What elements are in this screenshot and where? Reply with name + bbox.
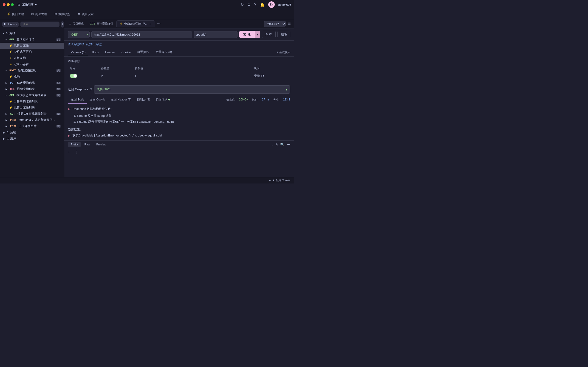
method-post-badge: POST bbox=[9, 119, 17, 122]
datamodel-icon: ⊞ bbox=[54, 12, 57, 16]
assertion-section: 断言结果: ⊗ 状态为available | AssertionError: e… bbox=[68, 127, 290, 138]
group-label: 上传宠物图片 bbox=[19, 124, 36, 128]
method-get-badge: GET bbox=[90, 22, 95, 25]
chevron-down-icon: ▾ bbox=[6, 69, 7, 72]
send-button[interactable]: 发 送 bbox=[239, 31, 255, 38]
more-actions-icon[interactable]: ••• bbox=[287, 143, 290, 146]
error-dot-icon: ⊗ bbox=[68, 107, 71, 111]
sidebar-item-on-sale[interactable]: ⚡ 在售宠物 bbox=[0, 55, 64, 61]
sidebar-group-formdata-update[interactable]: ▶ POST form-data 方式更新宠物信... bbox=[0, 117, 64, 123]
app-dropdown-icon[interactable]: ▾ bbox=[35, 3, 37, 6]
delete-button[interactable]: 删除 bbox=[277, 31, 290, 38]
http-select[interactable]: HTTP(s) ▾ bbox=[2, 22, 19, 27]
minimize-traffic-light[interactable] bbox=[7, 3, 10, 6]
count-badge: (1) bbox=[56, 125, 61, 127]
response-tab-header[interactable]: 返回 Header (7) bbox=[108, 96, 134, 104]
maximize-traffic-light[interactable] bbox=[11, 3, 14, 6]
send-dropdown-button[interactable]: ▾ bbox=[255, 31, 260, 38]
sidebar-item-success[interactable]: ⚡ 成功 bbox=[0, 74, 64, 80]
sidebar-item-sold-pet[interactable]: ⚡ 已售出宠物 bbox=[0, 43, 64, 49]
sidebar-group-update-pet[interactable]: ▶ PUT 修改宠物信息 (2) bbox=[0, 80, 64, 86]
tab-overview[interactable]: ⊡ 项目概览 bbox=[66, 20, 86, 27]
search-icon[interactable]: 🔍 bbox=[280, 143, 284, 146]
nav-item-test[interactable]: ⊡ 测试管理 bbox=[28, 11, 50, 18]
nav-item-settings[interactable]: ⚙ 项目设置 bbox=[74, 11, 97, 18]
help-icon[interactable]: ? bbox=[254, 2, 256, 7]
response-dropdown[interactable]: 成功 (200) ▾ bbox=[94, 85, 290, 94]
param-value-input[interactable] bbox=[135, 74, 251, 78]
sidebar-folder-user[interactable]: ▶ 🗂 用户 bbox=[0, 135, 64, 142]
sidebar-folder-pet[interactable]: ▾ 🗂 宠物 bbox=[0, 30, 64, 36]
add-button[interactable]: + bbox=[61, 21, 63, 27]
tabs-more-button[interactable]: ••• bbox=[156, 21, 162, 26]
gen-code-button[interactable]: ✦ 生成代码 bbox=[276, 50, 290, 54]
sidebar-group-status-search[interactable]: ▾ GET 根据状态查找宠物列表 (2) bbox=[0, 92, 64, 98]
tab-pre-operation[interactable]: 前置操作 bbox=[134, 48, 152, 56]
body-format-raw[interactable]: Raw bbox=[82, 142, 93, 147]
refresh-icon[interactable]: ↻ bbox=[241, 2, 244, 7]
sidebar-group-delete-pet[interactable]: ▶ DEL 删除宠物信息 (1) bbox=[0, 86, 64, 92]
sidebar-group-upload-image[interactable]: ▶ POST 上传宠物图片 (1) bbox=[0, 123, 64, 129]
app-container: ▦ 宠物商店 ▾ ↻ ⚙ ? 🔔 Ea apifox006 ⚡ 接口管理 ⊡ 测… bbox=[0, 0, 294, 184]
response-tab-cookie[interactable]: 返回 Cookie bbox=[87, 96, 108, 104]
tab-header[interactable]: Header bbox=[103, 49, 118, 56]
sidebar-group-create-pet[interactable]: ▾ POST 新建宠物信息 (1) bbox=[0, 67, 64, 74]
body-format-preview[interactable]: Preview bbox=[94, 142, 109, 147]
tab-cookie[interactable]: Cookie bbox=[119, 49, 133, 56]
tab-post-operation[interactable]: 后置操作 (3) bbox=[153, 48, 175, 56]
lightning-icon: ⚡ bbox=[9, 75, 12, 78]
response-tab-body[interactable]: 返回 Body bbox=[68, 96, 87, 104]
sidebar-folder-store[interactable]: ▶ 🗂 店铺 bbox=[0, 129, 64, 135]
overview-icon: ⊡ bbox=[69, 22, 71, 25]
mock-service: Mock 服务 ☰ bbox=[264, 21, 292, 27]
save-button[interactable]: 保 存 bbox=[262, 31, 276, 38]
content-area: ⊡ 项目概览 GET 查询宠物详情 ⚡ 查询宠物详情 (已... ✕ ••• M… bbox=[64, 19, 294, 177]
sidebar-item-not-found[interactable]: ⚡ 记录不存在 bbox=[0, 61, 64, 67]
tab-query-pet-active[interactable]: ⚡ 查询宠物详情 (已... ✕ bbox=[116, 20, 155, 27]
response-tab-actual[interactable]: 实际请求 bbox=[153, 96, 174, 104]
nav-item-datamodel[interactable]: ⊞ 数据模型 bbox=[51, 11, 73, 18]
response-tab-console[interactable]: 控制台 (2) bbox=[134, 96, 153, 104]
sidebar-group-tag-search[interactable]: ▶ GET 根据 tag 查找宠物列表 (1) bbox=[0, 111, 64, 117]
tab-params[interactable]: Params (1) bbox=[68, 49, 88, 56]
notification-icon[interactable]: 🔔 bbox=[260, 2, 265, 7]
tab-label: 查询宠物详情 (已... bbox=[124, 22, 147, 26]
folder-icon: ▶ bbox=[3, 137, 5, 140]
tab-close-button[interactable]: ✕ bbox=[149, 22, 152, 25]
code-line: 1 { bbox=[68, 150, 290, 154]
tab-body[interactable]: Body bbox=[89, 49, 102, 56]
sidebar-item-invalid-id[interactable]: ⚡ ID格式不正确 bbox=[0, 49, 64, 55]
group-label: 修改宠物信息 bbox=[17, 81, 35, 85]
sidebar-item-sold-list[interactable]: ⚡ 已售出宠物列表 bbox=[0, 105, 64, 111]
body-format-pretty[interactable]: Pretty bbox=[68, 142, 81, 147]
path-input[interactable] bbox=[194, 31, 237, 38]
response-help-icon[interactable]: ? bbox=[90, 88, 92, 91]
sidebar-group-query-pet[interactable]: ▾ GET 查询宠物详情 (4) bbox=[0, 36, 64, 43]
search-input[interactable] bbox=[20, 22, 60, 27]
url-input[interactable] bbox=[91, 31, 192, 38]
line-number: 1 bbox=[68, 150, 73, 154]
download-icon[interactable]: ↓ bbox=[271, 143, 273, 146]
global-cookie-button[interactable]: ✦ ✦ 全局 Cookie bbox=[269, 178, 290, 182]
tab-query-pet[interactable]: GET 查询宠物详情 bbox=[87, 20, 116, 27]
bottom-bar: ✦ ✦ 全局 Cookie bbox=[0, 177, 294, 184]
param-tabs: Params (1) Body Header Cookie 前置操作 后置操作 … bbox=[64, 48, 294, 57]
mock-select[interactable]: Mock 服务 bbox=[264, 21, 286, 27]
list-view-icon[interactable]: ☰ bbox=[287, 21, 292, 26]
param-value-cell[interactable] bbox=[133, 72, 252, 80]
folder-label: 🗂 宠物 bbox=[6, 31, 15, 35]
copy-icon[interactable]: ⎘ bbox=[276, 143, 277, 146]
nav-item-interface[interactable]: ⚡ 接口管理 bbox=[4, 11, 27, 18]
gen-code-label: 生成代码 bbox=[279, 50, 290, 54]
time-label: 耗时: bbox=[252, 98, 258, 102]
item-label: 出售中的宠物列表 bbox=[14, 100, 38, 103]
param-enabled-toggle[interactable] bbox=[70, 74, 77, 78]
app-icon: ▦ bbox=[17, 3, 20, 6]
method-select[interactable]: GET POST PUT DELETE bbox=[68, 31, 90, 38]
col-value: 参数值 bbox=[133, 65, 252, 72]
settings-icon[interactable]: ⚙ bbox=[247, 2, 251, 7]
actual-request-dot bbox=[168, 99, 170, 100]
close-traffic-light[interactable] bbox=[3, 3, 6, 6]
sidebar-item-onsale-list[interactable]: ⚡ 出售中的宠物列表 bbox=[0, 98, 64, 105]
response-body: ⊗ Response 数据结构校验失败: 1. $.name 应当是 strin… bbox=[64, 104, 294, 140]
